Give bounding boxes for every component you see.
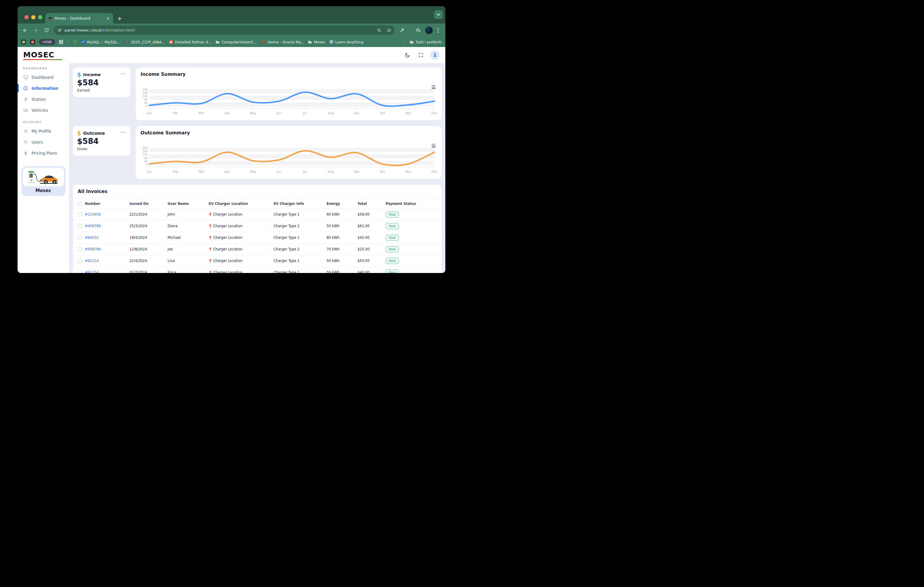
charger-location: Charger Location [213,270,242,273]
maximize-window-button[interactable] [38,15,42,19]
payment-status-badge: Paid [386,258,399,264]
svg-text:Jan: Jan [147,112,152,115]
energy: 60 kWh [327,212,340,217]
fullscreen-button[interactable] [416,51,426,59]
row-checkbox[interactable] [78,247,82,251]
invoice-number-link[interactable]: #458789 [85,224,101,228]
minimize-window-button[interactable] [31,15,35,19]
total: $40.00 [358,270,370,273]
bookmark-item-learn-anything[interactable]: Learn Anything [330,40,363,44]
sidebar-item-vehicles[interactable]: Vehicles [18,105,69,116]
income-card-menu[interactable]: ... [120,71,126,75]
invoice-number-link[interactable]: #92154 [85,259,99,263]
row-checkbox[interactable] [78,259,82,263]
toolbar-right-icons [398,26,442,35]
charger-location: Charger Location [213,212,242,217]
info-icon [23,86,28,91]
monitor-icon [23,75,28,79]
bookmark-item-home-oracle-my[interactable]: Home - Oracle My... [261,40,304,44]
bookmark-star-button[interactable] [386,26,393,35]
forward-button[interactable] [31,26,40,35]
browser-menu-button[interactable] [435,26,441,35]
row-checkbox[interactable] [78,224,82,228]
bookmark-item-colab[interactable]: colab [39,39,55,45]
bookmark-label: 2025_CCPI_AINA... [131,40,165,44]
main-panel: $ Income ... $584 Earned Income Summary … [69,47,446,273]
moon-icon [404,53,410,58]
extensions-button[interactable] [398,26,406,35]
income-row: $ Income ... $584 Earned Income Summary … [73,67,441,120]
svg-text:80: 80 [144,98,148,101]
zoom-out-icon [377,28,382,33]
invoice-number-link[interactable]: #84532 [85,235,99,240]
browser-profile-avatar[interactable] [425,26,433,34]
bookmark-item[interactable] [21,39,26,44]
bookmark-item-mysql-mysql[interactable]: MySQL :: MySQL... [81,40,121,44]
logo-text: MOSEC [23,51,69,59]
table-row: #12345622/1/2024JohnCharger LocationChar… [73,209,441,220]
media-controls-button[interactable] [414,26,423,35]
bookmark-item-2025-ccpi-aina[interactable]: 2025_CCPI_AINA... [125,40,165,44]
row-checkbox[interactable] [78,270,82,273]
extensions-puzzle-icon [399,28,404,33]
invoice-number-link[interactable]: #62154 [85,270,99,273]
zoom-out-button[interactable] [376,26,383,35]
payment-status-badge: Paid [386,270,399,273]
bookmark-item-detailed-python-d[interactable]: Detailed Python d... [169,40,212,44]
dollar-icon: $ [23,151,28,156]
user-name: Joe [168,247,173,251]
svg-text:Oct: Oct [380,170,385,173]
select-all-checkbox[interactable] [78,202,82,206]
url-host: panel.mosec.cloud [64,28,101,33]
svg-text:Aug: Aug [328,170,334,173]
browser-tab[interactable]: m Mosec - Dashboard × [45,13,113,23]
bookmark-item-mosec[interactable]: Mosec [308,40,326,44]
site-settings-icon[interactable] [58,28,62,33]
charger-location: Charger Location [213,224,242,228]
close-window-button[interactable] [25,15,28,19]
outcome-card-menu[interactable]: ... [120,129,126,133]
sidebar-item-my-profile[interactable]: My Profile [18,125,69,136]
sidebar-item-pricing-plans[interactable]: $Pricing Plans [18,148,69,158]
invoice-number-link[interactable]: #123456 [85,212,101,217]
sidebar-item-information[interactable]: Information [18,83,69,94]
tab-close-icon[interactable]: × [106,16,110,21]
reload-button[interactable] [42,26,51,35]
browser-titlebar: m Mosec - Dashboard × + [18,6,446,23]
svg-text:160: 160 [143,91,148,94]
income-summary-card: Income Summary 04080120160200JanFebMarAp… [136,67,441,120]
payment-status-badge: Paid [386,235,399,241]
truck-icon [23,108,28,112]
svg-text:Dec: Dec [431,170,437,173]
bookmark-item[interactable] [59,40,63,44]
tab-search-chevron-button[interactable] [434,10,443,19]
bookmarks-bar: colabMySQL :: MySQL...2025_CCPI_AINA...D… [18,37,446,47]
sidebar-item-station[interactable]: Station [18,94,69,105]
svg-text:Oct: Oct [380,112,385,115]
grid-icon [59,40,63,44]
bookmark-item-all-favorites[interactable]: Tutti i preferiti [409,40,442,44]
total: $61.00 [358,224,370,228]
url-bar[interactable]: panel.mosec.cloud/information.html [54,26,394,35]
logo[interactable]: MOSEC [18,47,69,62]
tab-favicon: m [48,16,52,21]
user-avatar-button[interactable] [430,51,439,60]
column-header-issued-on: Issued On [129,199,168,209]
ev-charging-illustration [23,168,64,186]
dark-mode-toggle[interactable] [403,51,412,59]
sidebar-item-users[interactable]: Users [18,136,69,148]
new-tab-button[interactable]: + [117,15,122,22]
outcome-dollar-icon: $ [77,130,81,136]
row-checkbox[interactable] [78,235,82,240]
bookmark-item[interactable] [30,39,35,44]
bookmark-item-computervisionc[interactable]: ComputerVisionC... [216,40,257,44]
bookmark-item[interactable] [74,40,77,44]
column-header-user-name: User Name [168,199,209,209]
svg-text:0: 0 [146,163,148,166]
invoice-number-link[interactable]: #458789 [85,247,101,251]
back-button[interactable] [21,26,30,35]
row-checkbox[interactable] [78,212,82,217]
location-pin-icon [209,213,212,217]
sidebar-item-dashboard[interactable]: Dashboard [18,72,69,83]
income-sub: Earned [77,88,126,92]
